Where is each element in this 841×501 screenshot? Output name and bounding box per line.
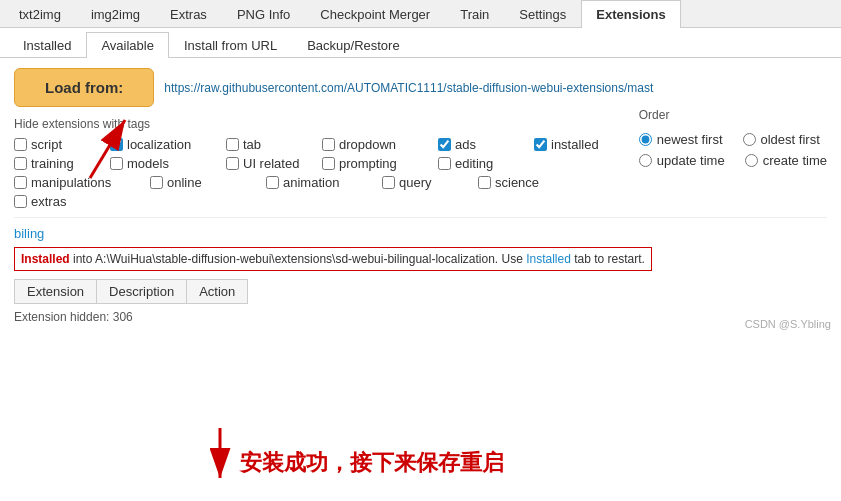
tag-models-checkbox[interactable]: [110, 157, 123, 170]
tab-installed[interactable]: Installed: [8, 32, 86, 58]
tag-online-checkbox[interactable]: [150, 176, 163, 189]
tags-row-4: extras: [14, 194, 827, 209]
tag-ads-label: ads: [455, 137, 476, 152]
tag-query: query: [382, 175, 472, 190]
biling-label: biling: [14, 226, 827, 241]
nav-img2img[interactable]: img2img: [76, 0, 155, 28]
tag-online: online: [150, 175, 260, 190]
tag-extras-label: extras: [31, 194, 66, 209]
installed-msg-text: into A:\WuiHua\stable-diffusion-webui\ex…: [73, 252, 645, 266]
load-from-row: Load from: https://raw.githubusercontent…: [14, 68, 827, 107]
tag-manipulations: manipulations: [14, 175, 144, 190]
sub-tabs: Installed Available Install from URL Bac…: [0, 28, 841, 58]
order-newest-first: newest first: [639, 132, 723, 147]
annotation-text: 安装成功，接下来保存重启: [240, 448, 504, 478]
nav-extensions[interactable]: Extensions: [581, 0, 680, 28]
order-oldest-first-label: oldest first: [761, 132, 820, 147]
table-header-row: Extension Description Action: [15, 280, 248, 304]
tag-editing-checkbox[interactable]: [438, 157, 451, 170]
tag-prompting-checkbox[interactable]: [322, 157, 335, 170]
nav-checkpoint-merger[interactable]: Checkpoint Merger: [305, 0, 445, 28]
tag-installed-label: installed: [551, 137, 599, 152]
tag-extras-checkbox[interactable]: [14, 195, 27, 208]
tag-localization-checkbox[interactable]: [110, 138, 123, 151]
tag-manipulations-label: manipulations: [31, 175, 111, 190]
tab-backup-restore[interactable]: Backup/Restore: [292, 32, 415, 58]
order-row-1: newest first oldest first: [639, 132, 827, 147]
tag-script-label: script: [31, 137, 62, 152]
order-oldest-first: oldest first: [743, 132, 820, 147]
tag-localization-label: localization: [127, 137, 191, 152]
order-newest-first-label: newest first: [657, 132, 723, 147]
top-nav: txt2img img2img Extras PNG Info Checkpoi…: [0, 0, 841, 28]
installed-message: Installed into A:\WuiHua\stable-diffusio…: [14, 247, 652, 271]
nav-png-info[interactable]: PNG Info: [222, 0, 305, 28]
order-update-time-radio[interactable]: [639, 154, 652, 167]
order-create-time-radio[interactable]: [745, 154, 758, 167]
tag-models-label: models: [127, 156, 169, 171]
load-from-button[interactable]: Load from:: [14, 68, 154, 107]
tag-installed: installed: [534, 137, 644, 152]
col-action: Action: [187, 280, 248, 304]
installed-link[interactable]: Installed: [21, 252, 70, 266]
tag-ads: ads: [438, 137, 528, 152]
tag-manipulations-checkbox[interactable]: [14, 176, 27, 189]
tag-editing-label: editing: [455, 156, 493, 171]
tag-animation-checkbox[interactable]: [266, 176, 279, 189]
tag-tab-label: tab: [243, 137, 261, 152]
main-content: Load from: https://raw.githubusercontent…: [0, 58, 841, 334]
tag-dropdown-label: dropdown: [339, 137, 396, 152]
order-newest-first-radio[interactable]: [639, 133, 652, 146]
tag-prompting-label: prompting: [339, 156, 397, 171]
col-description: Description: [97, 280, 187, 304]
tag-prompting: prompting: [322, 156, 432, 171]
tag-models: models: [110, 156, 220, 171]
nav-settings[interactable]: Settings: [504, 0, 581, 28]
tag-script: script: [14, 137, 104, 152]
order-update-time: update time: [639, 153, 725, 168]
tag-dropdown-checkbox[interactable]: [322, 138, 335, 151]
tag-dropdown: dropdown: [322, 137, 432, 152]
tag-training-label: training: [31, 156, 74, 171]
tag-training: training: [14, 156, 104, 171]
tag-tab: tab: [226, 137, 316, 152]
tag-tab-checkbox[interactable]: [226, 138, 239, 151]
tag-training-checkbox[interactable]: [14, 157, 27, 170]
nav-extras[interactable]: Extras: [155, 0, 222, 28]
tag-science: science: [478, 175, 568, 190]
tag-ui-related-checkbox[interactable]: [226, 157, 239, 170]
order-row-2: update time create time: [639, 153, 827, 168]
result-table: Extension Description Action: [14, 279, 248, 304]
tag-ui-related-label: UI related: [243, 156, 299, 171]
tag-extras: extras: [14, 194, 104, 209]
tag-ui-related: UI related: [226, 156, 316, 171]
tag-script-checkbox[interactable]: [14, 138, 27, 151]
nav-train[interactable]: Train: [445, 0, 504, 28]
load-from-url: https://raw.githubusercontent.com/AUTOMA…: [164, 81, 653, 95]
tab-install-from-url[interactable]: Install from URL: [169, 32, 292, 58]
order-options: newest first oldest first update time cr…: [639, 132, 827, 168]
order-update-time-label: update time: [657, 153, 725, 168]
tags-row-3: manipulations online animation query sci…: [14, 175, 827, 190]
installed-tab-link[interactable]: Installed: [526, 252, 571, 266]
tag-query-label: query: [399, 175, 432, 190]
tag-installed-checkbox[interactable]: [534, 138, 547, 151]
tag-editing: editing: [438, 156, 528, 171]
order-create-time: create time: [745, 153, 827, 168]
extension-hidden-count: Extension hidden: 306: [14, 310, 827, 324]
tag-ads-checkbox[interactable]: [438, 138, 451, 151]
order-create-time-label: create time: [763, 153, 827, 168]
result-section: biling Installed into A:\WuiHua\stable-d…: [14, 217, 827, 324]
order-section: Order newest first oldest first upda: [639, 108, 827, 168]
order-oldest-first-radio[interactable]: [743, 133, 756, 146]
col-extension: Extension: [15, 280, 97, 304]
tab-available[interactable]: Available: [86, 32, 169, 58]
nav-txt2img[interactable]: txt2img: [4, 0, 76, 28]
order-label: Order: [639, 108, 827, 122]
tag-online-label: online: [167, 175, 202, 190]
tag-science-checkbox[interactable]: [478, 176, 491, 189]
tag-animation: animation: [266, 175, 376, 190]
watermark: CSDN @S.Ybling: [745, 318, 831, 330]
tag-query-checkbox[interactable]: [382, 176, 395, 189]
tag-localization: localization: [110, 137, 220, 152]
